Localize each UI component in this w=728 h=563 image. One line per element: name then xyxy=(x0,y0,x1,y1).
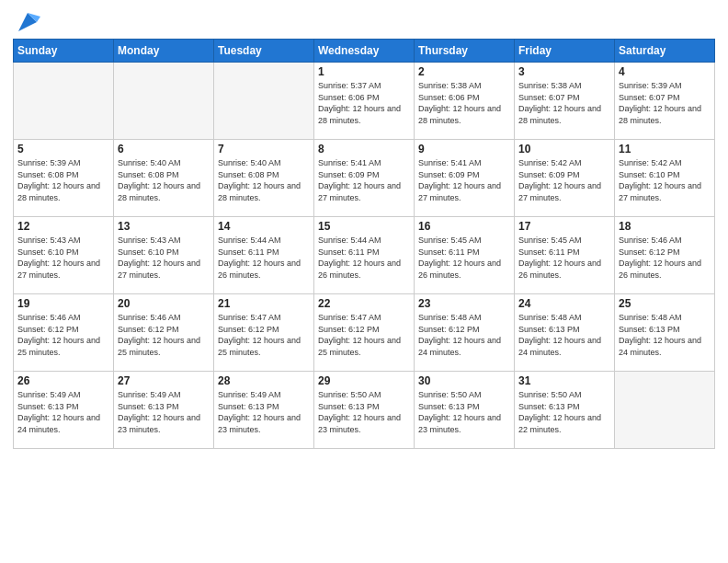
calendar-cell xyxy=(615,372,715,449)
day-number: 9 xyxy=(418,143,510,155)
calendar-cell: 27Sunrise: 5:49 AMSunset: 6:13 PMDayligh… xyxy=(114,372,214,449)
day-number: 30 xyxy=(418,374,510,387)
day-info: Sunrise: 5:44 AMSunset: 6:11 PMDaylight:… xyxy=(218,235,310,281)
weekday-header-tuesday: Tuesday xyxy=(214,40,314,63)
day-number: 5 xyxy=(17,143,109,155)
calendar-cell: 13Sunrise: 5:43 AMSunset: 6:10 PMDayligh… xyxy=(114,217,214,294)
day-info: Sunrise: 5:49 AMSunset: 6:13 PMDaylight:… xyxy=(118,389,210,435)
calendar-cell: 5Sunrise: 5:39 AMSunset: 6:08 PMDaylight… xyxy=(14,140,114,217)
calendar-cell: 31Sunrise: 5:50 AMSunset: 6:13 PMDayligh… xyxy=(515,372,615,449)
calendar-cell: 16Sunrise: 5:45 AMSunset: 6:11 PMDayligh… xyxy=(415,217,515,294)
day-info: Sunrise: 5:42 AMSunset: 6:09 PMDaylight:… xyxy=(518,157,610,203)
day-number: 11 xyxy=(619,143,711,155)
day-number: 4 xyxy=(619,65,711,78)
day-info: Sunrise: 5:40 AMSunset: 6:08 PMDaylight:… xyxy=(218,157,310,203)
day-number: 7 xyxy=(218,143,310,155)
weekday-header-sunday: Sunday xyxy=(14,40,114,63)
day-number: 10 xyxy=(518,143,610,155)
header xyxy=(13,9,715,31)
day-info: Sunrise: 5:43 AMSunset: 6:10 PMDaylight:… xyxy=(118,235,210,281)
day-number: 8 xyxy=(318,143,410,155)
day-info: Sunrise: 5:43 AMSunset: 6:10 PMDaylight:… xyxy=(17,235,109,281)
calendar-cell: 10Sunrise: 5:42 AMSunset: 6:09 PMDayligh… xyxy=(515,140,615,217)
day-number: 17 xyxy=(518,220,610,233)
day-info: Sunrise: 5:48 AMSunset: 6:13 PMDaylight:… xyxy=(619,312,711,358)
day-number: 19 xyxy=(17,297,109,310)
day-number: 24 xyxy=(518,297,610,310)
day-info: Sunrise: 5:38 AMSunset: 6:07 PMDaylight:… xyxy=(518,80,610,126)
day-info: Sunrise: 5:50 AMSunset: 6:13 PMDaylight:… xyxy=(318,389,410,435)
day-number: 13 xyxy=(118,220,210,233)
day-info: Sunrise: 5:41 AMSunset: 6:09 PMDaylight:… xyxy=(418,157,510,203)
day-number: 25 xyxy=(619,297,711,310)
page: SundayMondayTuesdayWednesdayThursdayFrid… xyxy=(0,0,728,563)
calendar-cell: 8Sunrise: 5:41 AMSunset: 6:09 PMDaylight… xyxy=(314,140,415,217)
day-number: 23 xyxy=(418,297,510,310)
calendar-cell: 15Sunrise: 5:44 AMSunset: 6:11 PMDayligh… xyxy=(314,217,415,294)
calendar-table: SundayMondayTuesdayWednesdayThursdayFrid… xyxy=(13,39,715,449)
calendar-cell: 26Sunrise: 5:49 AMSunset: 6:13 PMDayligh… xyxy=(14,372,114,449)
day-info: Sunrise: 5:39 AMSunset: 6:08 PMDaylight:… xyxy=(17,157,109,203)
calendar-cell: 1Sunrise: 5:37 AMSunset: 6:06 PMDaylight… xyxy=(314,63,415,140)
calendar-cell: 2Sunrise: 5:38 AMSunset: 6:06 PMDaylight… xyxy=(415,63,515,140)
day-info: Sunrise: 5:45 AMSunset: 6:11 PMDaylight:… xyxy=(418,235,510,281)
calendar-cell: 30Sunrise: 5:50 AMSunset: 6:13 PMDayligh… xyxy=(415,372,515,449)
day-info: Sunrise: 5:50 AMSunset: 6:13 PMDaylight:… xyxy=(518,389,610,435)
weekday-header-saturday: Saturday xyxy=(615,40,715,63)
week-row-4: 19Sunrise: 5:46 AMSunset: 6:12 PMDayligh… xyxy=(14,294,715,372)
weekday-header-row: SundayMondayTuesdayWednesdayThursdayFrid… xyxy=(14,40,715,63)
calendar-cell: 19Sunrise: 5:46 AMSunset: 6:12 PMDayligh… xyxy=(14,294,114,372)
day-number: 16 xyxy=(418,220,510,233)
day-number: 18 xyxy=(619,220,711,233)
day-info: Sunrise: 5:44 AMSunset: 6:11 PMDaylight:… xyxy=(318,235,410,281)
day-number: 28 xyxy=(218,374,310,387)
week-row-5: 26Sunrise: 5:49 AMSunset: 6:13 PMDayligh… xyxy=(14,372,715,449)
day-number: 14 xyxy=(218,220,310,233)
day-info: Sunrise: 5:47 AMSunset: 6:12 PMDaylight:… xyxy=(318,312,410,358)
calendar-cell: 3Sunrise: 5:38 AMSunset: 6:07 PMDaylight… xyxy=(515,63,615,140)
weekday-header-thursday: Thursday xyxy=(415,40,515,63)
day-info: Sunrise: 5:41 AMSunset: 6:09 PMDaylight:… xyxy=(318,157,410,203)
calendar-cell xyxy=(114,63,214,140)
day-info: Sunrise: 5:49 AMSunset: 6:13 PMDaylight:… xyxy=(218,389,310,435)
day-number: 6 xyxy=(118,143,210,155)
weekday-header-monday: Monday xyxy=(114,40,214,63)
day-info: Sunrise: 5:39 AMSunset: 6:07 PMDaylight:… xyxy=(619,80,711,126)
day-number: 15 xyxy=(318,220,410,233)
logo-icon xyxy=(15,9,40,35)
day-info: Sunrise: 5:38 AMSunset: 6:06 PMDaylight:… xyxy=(418,80,510,126)
calendar-cell: 6Sunrise: 5:40 AMSunset: 6:08 PMDaylight… xyxy=(114,140,214,217)
day-info: Sunrise: 5:46 AMSunset: 6:12 PMDaylight:… xyxy=(17,312,109,358)
calendar-cell: 18Sunrise: 5:46 AMSunset: 6:12 PMDayligh… xyxy=(615,217,715,294)
day-info: Sunrise: 5:49 AMSunset: 6:13 PMDaylight:… xyxy=(17,389,109,435)
calendar-cell: 21Sunrise: 5:47 AMSunset: 6:12 PMDayligh… xyxy=(214,294,314,372)
day-number: 22 xyxy=(318,297,410,310)
day-number: 29 xyxy=(318,374,410,387)
day-info: Sunrise: 5:46 AMSunset: 6:12 PMDaylight:… xyxy=(619,235,711,281)
day-info: Sunrise: 5:46 AMSunset: 6:12 PMDaylight:… xyxy=(118,312,210,358)
calendar-cell: 14Sunrise: 5:44 AMSunset: 6:11 PMDayligh… xyxy=(214,217,314,294)
day-number: 20 xyxy=(118,297,210,310)
calendar-cell: 11Sunrise: 5:42 AMSunset: 6:10 PMDayligh… xyxy=(615,140,715,217)
calendar-cell xyxy=(214,63,314,140)
calendar-cell: 24Sunrise: 5:48 AMSunset: 6:13 PMDayligh… xyxy=(515,294,615,372)
day-info: Sunrise: 5:47 AMSunset: 6:12 PMDaylight:… xyxy=(218,312,310,358)
day-number: 31 xyxy=(518,374,610,387)
weekday-header-wednesday: Wednesday xyxy=(314,40,415,63)
calendar-cell xyxy=(14,63,114,140)
day-number: 21 xyxy=(218,297,310,310)
weekday-header-friday: Friday xyxy=(515,40,615,63)
day-info: Sunrise: 5:37 AMSunset: 6:06 PMDaylight:… xyxy=(318,80,410,126)
logo xyxy=(13,9,40,31)
calendar-cell: 17Sunrise: 5:45 AMSunset: 6:11 PMDayligh… xyxy=(515,217,615,294)
week-row-2: 5Sunrise: 5:39 AMSunset: 6:08 PMDaylight… xyxy=(14,140,715,217)
day-info: Sunrise: 5:48 AMSunset: 6:12 PMDaylight:… xyxy=(418,312,510,358)
day-number: 1 xyxy=(318,65,410,78)
calendar-cell: 12Sunrise: 5:43 AMSunset: 6:10 PMDayligh… xyxy=(14,217,114,294)
day-number: 3 xyxy=(518,65,610,78)
day-number: 27 xyxy=(118,374,210,387)
day-number: 12 xyxy=(17,220,109,233)
day-info: Sunrise: 5:48 AMSunset: 6:13 PMDaylight:… xyxy=(518,312,610,358)
day-number: 2 xyxy=(418,65,510,78)
calendar-cell: 29Sunrise: 5:50 AMSunset: 6:13 PMDayligh… xyxy=(314,372,415,449)
